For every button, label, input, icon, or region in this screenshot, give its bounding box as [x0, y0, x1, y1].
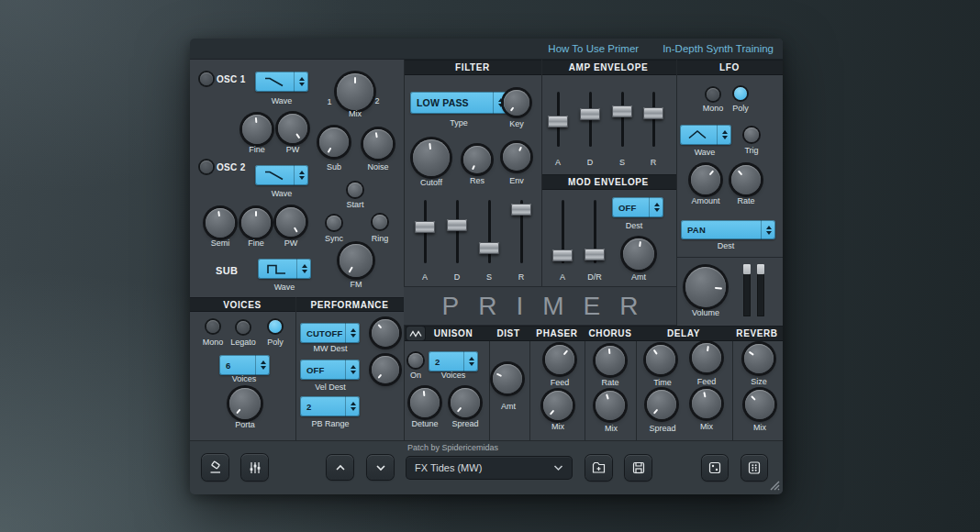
amp-attack-slider[interactable]	[547, 92, 569, 147]
dist-amt-knob[interactable]	[493, 364, 522, 393]
randomize-patch-button[interactable]	[702, 455, 728, 481]
filter-cutoff-knob[interactable]	[413, 139, 450, 176]
mw-amount-knob[interactable]	[372, 319, 399, 347]
osc1-pw-knob[interactable]	[278, 114, 307, 143]
mw-dest-dropdown[interactable]: CUTOFF	[300, 323, 360, 343]
vel-dest-dropdown[interactable]: OFF	[300, 360, 360, 380]
amp-release-slider[interactable]	[642, 92, 664, 147]
load-patch-button[interactable]	[585, 455, 612, 481]
osc1-fine-knob[interactable]	[242, 115, 272, 144]
lfo-amount-knob[interactable]	[691, 165, 720, 194]
delay-spread-label: Spread	[649, 424, 675, 433]
lfo-poly-radio[interactable]	[734, 87, 747, 100]
sub-level-knob[interactable]	[319, 127, 349, 157]
chorus-rate-knob[interactable]	[596, 346, 625, 375]
osc1-wave-dropdown[interactable]	[255, 72, 308, 92]
init-patch-button[interactable]	[202, 454, 228, 481]
filter-release-slider[interactable]	[510, 200, 532, 263]
mod-dest-dropdown[interactable]: OFF	[612, 197, 663, 217]
delay-feed-label: Feed	[697, 377, 717, 386]
osc2-start-knob[interactable]	[348, 183, 362, 197]
lfo-dest-dropdown[interactable]: PAN	[681, 220, 775, 239]
phaser-feed-knob[interactable]	[545, 345, 574, 374]
filter-sustain-slider[interactable]	[478, 200, 500, 263]
filter-res-knob[interactable]	[463, 146, 491, 173]
amp-decay-slider[interactable]	[579, 92, 601, 147]
delay-spread-knob[interactable]	[647, 390, 676, 419]
lfo-poly-label: Poly	[732, 104, 749, 113]
patch-previous-button[interactable]	[327, 455, 353, 480]
volume-knob[interactable]	[685, 267, 726, 307]
amp-sustain-slider[interactable]	[611, 92, 633, 147]
unison-voices-dropdown[interactable]: 2	[429, 351, 478, 371]
reverb-mix-label: Mix	[753, 423, 766, 432]
osc2-fine-knob[interactable]	[241, 208, 271, 238]
lfo-trig-knob[interactable]	[744, 127, 759, 142]
resize-handle[interactable]	[768, 479, 780, 491]
delay-time-knob[interactable]	[646, 345, 675, 374]
delay-mix-knob[interactable]	[692, 389, 721, 418]
osc2-enable-radio[interactable]	[200, 161, 213, 173]
lfo-wave-dropdown[interactable]	[680, 125, 731, 145]
mod-decay-release-slider[interactable]	[584, 200, 606, 263]
osc2-semi-knob[interactable]	[206, 208, 235, 238]
level-meter-right	[757, 264, 764, 316]
sub-osc-label: SUB	[216, 265, 238, 276]
lfo-rate-knob[interactable]	[731, 165, 761, 194]
voices-poly-radio[interactable]	[269, 320, 282, 333]
mod-attack-slider[interactable]	[551, 200, 574, 263]
porta-label: Porta	[235, 420, 255, 429]
dist-title: DIST	[496, 328, 519, 338]
reverb-size-knob[interactable]	[744, 344, 774, 373]
fm-knob[interactable]	[340, 244, 373, 277]
osc1-label: OSC 1	[217, 74, 246, 84]
voice-count-dropdown[interactable]: 6	[219, 355, 270, 375]
filter-attack-slider[interactable]	[414, 200, 436, 263]
reverb-title: REVERB	[736, 328, 777, 338]
patch-browser-button[interactable]	[741, 455, 767, 481]
porta-knob[interactable]	[229, 388, 261, 419]
delay-feed-knob[interactable]	[692, 343, 721, 372]
voices-mono-radio[interactable]	[206, 320, 219, 333]
pb-range-dropdown[interactable]: 2	[300, 396, 360, 416]
patch-next-button[interactable]	[367, 455, 394, 480]
lfo-mono-radio[interactable]	[707, 88, 719, 101]
mod-amt-knob[interactable]	[623, 238, 654, 270]
reverb-mix-knob[interactable]	[745, 390, 774, 419]
phaser-mix-knob[interactable]	[543, 391, 573, 420]
filter-key-knob[interactable]	[504, 90, 529, 116]
pb-range-label: PB Range	[311, 419, 349, 428]
divider	[529, 341, 530, 440]
unison-detune-knob[interactable]	[410, 388, 440, 417]
osc2-wave-dropdown[interactable]	[255, 165, 308, 185]
link-synth-training[interactable]: In-Depth Synth Training	[663, 43, 774, 54]
ring-knob[interactable]	[373, 215, 387, 229]
chorus-mix-knob[interactable]	[596, 391, 625, 420]
reverb-size-label: Size	[751, 377, 767, 386]
patch-select[interactable]: FX Tides (MW)	[406, 457, 572, 479]
osc2-label: OSC 2	[217, 162, 246, 172]
divider	[636, 341, 637, 440]
vel-amount-knob[interactable]	[372, 356, 399, 383]
voices-title: VOICES	[223, 300, 261, 310]
osc2-pw-knob[interactable]	[276, 207, 306, 237]
noise-level-knob[interactable]	[363, 129, 393, 159]
filter-env-knob[interactable]	[503, 143, 530, 171]
osc1-enable-radio[interactable]	[200, 72, 213, 85]
sub-wave-dropdown[interactable]	[258, 259, 311, 279]
oscilloscope-toggle-button[interactable]	[406, 327, 425, 340]
unison-spread-knob[interactable]	[451, 388, 480, 417]
unison-spread-label: Spread	[451, 419, 478, 428]
filter-type-dropdown[interactable]: LOW PASS	[410, 92, 507, 114]
osc-mix-knob[interactable]	[337, 73, 373, 110]
save-patch-button[interactable]	[625, 455, 651, 481]
mixer-settings-button[interactable]	[241, 454, 268, 481]
sub-label: Sub	[327, 162, 341, 172]
voices-legato-radio[interactable]	[237, 321, 250, 334]
stepper-icon	[294, 165, 308, 185]
filter-decay-slider[interactable]	[446, 200, 468, 263]
sync-knob[interactable]	[327, 216, 341, 230]
link-how-to-use[interactable]: How To Use Primer	[548, 43, 639, 54]
unison-on-knob[interactable]	[408, 353, 423, 368]
divider	[676, 257, 783, 258]
